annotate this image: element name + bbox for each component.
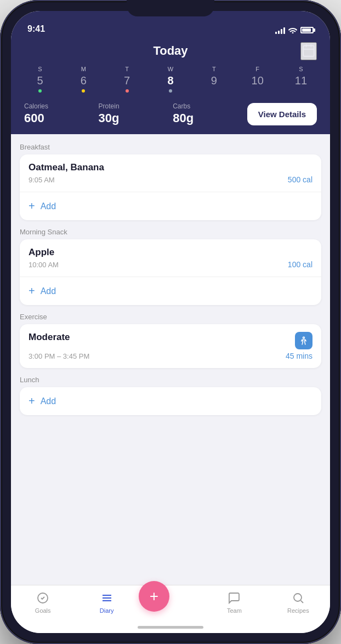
recipes-nav-label: Recipes	[287, 607, 309, 614]
add-row-lunch[interactable]: +Add	[20, 387, 321, 415]
goals-nav-label: Goals	[35, 607, 51, 614]
calories-label: Calories	[24, 102, 99, 110]
section-breakfast: BreakfastOatmeal, Banana9:05 AM500 cal+A…	[20, 143, 321, 220]
day-dot	[82, 89, 85, 93]
diary-nav-label: Diary	[100, 607, 114, 614]
svg-line-10	[300, 601, 303, 603]
nav-item-recipes[interactable]: Recipes	[266, 591, 330, 614]
meal-meta: 10:00 AM100 cal	[29, 260, 312, 269]
day-dot	[38, 89, 42, 93]
meal-calories: 100 cal	[288, 260, 312, 269]
day-item-10[interactable]: F10	[242, 66, 274, 93]
day-number: 11	[295, 74, 307, 87]
day-number: 7	[124, 74, 130, 87]
team-nav-icon	[227, 591, 241, 605]
day-dot	[256, 89, 259, 93]
diary-nav-icon	[100, 591, 114, 605]
meal-name: Apple	[29, 247, 312, 258]
day-label: T	[212, 66, 216, 72]
day-item-11[interactable]: S11	[285, 66, 317, 93]
section-lunch: Lunch+Add	[20, 376, 321, 415]
day-item-6[interactable]: M6	[67, 66, 99, 93]
meal-meta: 9:05 AM500 cal	[29, 175, 312, 184]
svg-point-4	[303, 337, 305, 338]
bottom-nav: Goals Diary+ Team Recipes	[11, 585, 330, 633]
day-dot	[212, 89, 215, 93]
day-item-8[interactable]: W8	[155, 66, 186, 93]
phone-screen: 9:41 Today	[11, 11, 330, 633]
exercise-entry[interactable]: Moderate 3:00 PM – 3:45 PM45 mins	[20, 324, 321, 368]
exercise-meta: 3:00 PM – 3:45 PM45 mins	[29, 352, 312, 360]
meal-card-exercise: Moderate 3:00 PM – 3:45 PM45 mins	[20, 324, 321, 368]
meal-entry[interactable]: Apple10:00 AM100 cal	[20, 239, 321, 277]
goals-nav-icon	[36, 591, 50, 605]
add-label: Add	[41, 286, 56, 296]
section-label-morning-snack: Morning Snack	[20, 228, 321, 236]
day-label: W	[168, 66, 173, 72]
notch	[127, 0, 214, 16]
day-item-5[interactable]: S5	[24, 66, 56, 93]
fab-plus-icon: +	[150, 589, 158, 604]
calendar-icon	[302, 43, 316, 58]
add-plus-icon: +	[29, 285, 35, 297]
meal-card-morning-snack: Apple10:00 AM100 cal+Add	[20, 239, 321, 305]
exercise-name: Moderate	[29, 332, 70, 343]
day-number: 6	[81, 74, 87, 87]
meal-calories: 500 cal	[288, 175, 312, 184]
day-dot	[299, 89, 303, 93]
day-dot	[126, 89, 129, 93]
svg-rect-0	[303, 45, 314, 56]
nav-item-goals[interactable]: Goals	[11, 591, 75, 614]
nav-item-diary[interactable]: Diary	[75, 591, 138, 614]
header-top: Today	[24, 44, 317, 58]
battery-icon	[300, 27, 314, 33]
add-row-morning-snack[interactable]: +Add	[20, 277, 321, 305]
protein-stat: Protein 30g	[99, 102, 173, 125]
day-number: 9	[211, 74, 217, 87]
section-label-lunch: Lunch	[20, 376, 321, 384]
carbs-label: Carbs	[173, 102, 247, 110]
add-row-breakfast[interactable]: +Add	[20, 192, 321, 220]
calendar-button[interactable]	[300, 42, 317, 60]
carbs-stat: Carbs 80g	[173, 102, 247, 125]
day-number: 5	[37, 74, 43, 87]
signal-icon	[275, 26, 285, 34]
section-morning-snack: Morning SnackApple10:00 AM100 cal+Add	[20, 228, 321, 305]
calories-stat: Calories 600	[24, 102, 99, 125]
section-exercise: ExerciseModerate 3:00 PM – 3:45 PM45 min…	[20, 313, 321, 368]
carbs-value: 80g	[173, 111, 247, 125]
page-title: Today	[153, 44, 187, 58]
exercise-time: 3:00 PM – 3:45 PM	[29, 352, 89, 360]
meal-entry[interactable]: Oatmeal, Banana9:05 AM500 cal	[20, 154, 321, 192]
exercise-duration: 45 mins	[286, 352, 312, 360]
status-time: 9:41	[27, 24, 45, 34]
phone-frame: 9:41 Today	[0, 0, 341, 644]
section-label-breakfast: Breakfast	[20, 143, 321, 151]
meal-card-breakfast: Oatmeal, Banana9:05 AM500 cal+Add	[20, 154, 321, 220]
protein-value: 30g	[99, 111, 173, 125]
add-plus-icon: +	[29, 395, 35, 407]
meal-card-lunch: +Add	[20, 387, 321, 415]
section-label-exercise: Exercise	[20, 313, 321, 321]
stats-row: Calories 600 Protein 30g Carbs 80g View …	[24, 102, 317, 125]
day-number: 10	[252, 74, 264, 87]
view-details-button[interactable]: View Details	[247, 103, 317, 125]
day-item-7[interactable]: T7	[111, 66, 143, 93]
recipes-nav-icon	[291, 591, 305, 605]
day-label: M	[81, 66, 86, 72]
add-plus-icon: +	[29, 200, 35, 212]
day-label: S	[38, 66, 42, 72]
nav-item-team[interactable]: Team	[202, 591, 266, 614]
day-label: F	[255, 66, 259, 72]
day-item-9[interactable]: T9	[198, 66, 230, 93]
exercise-header: Moderate	[29, 332, 312, 349]
day-label: T	[125, 66, 129, 72]
status-icons	[275, 26, 314, 34]
day-number: 8	[167, 74, 173, 87]
add-label: Add	[41, 396, 56, 406]
wifi-icon	[288, 27, 297, 33]
meal-time: 10:00 AM	[29, 261, 59, 269]
day-dot	[169, 89, 172, 93]
day-label: S	[299, 66, 303, 72]
fab-add-button[interactable]: +	[139, 581, 169, 612]
